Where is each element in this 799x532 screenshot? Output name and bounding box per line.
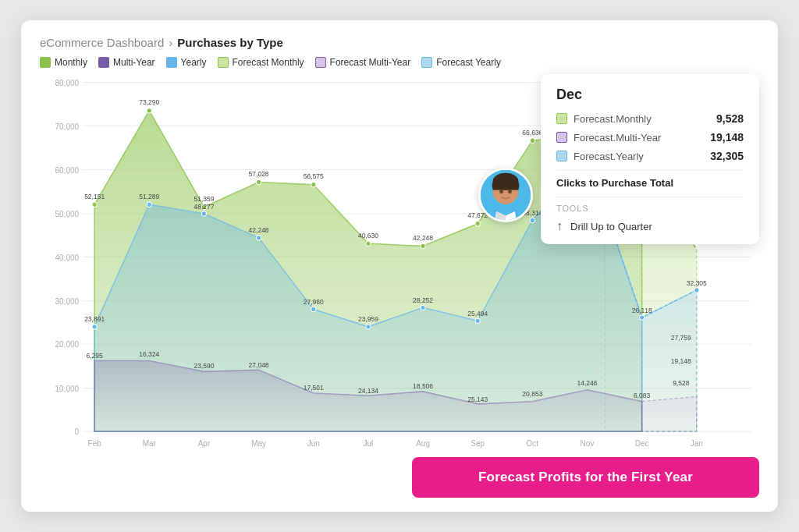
legend-dot-multiyear bbox=[98, 57, 109, 68]
svg-point-41 bbox=[694, 288, 699, 293]
tooltip-drill-label: Drill Up to Quarter bbox=[570, 221, 652, 232]
tooltip-value-forecast-multiyear: 19,148 bbox=[710, 131, 744, 144]
tooltip-dot-forecast-yearly bbox=[556, 151, 567, 161]
svg-point-37 bbox=[475, 318, 480, 323]
svg-text:Mar: Mar bbox=[143, 439, 157, 448]
svg-text:May: May bbox=[251, 439, 267, 448]
svg-text:66,636: 66,636 bbox=[522, 129, 542, 137]
legend-forecast-yearly: Forecast Yearly bbox=[421, 57, 501, 68]
svg-text:Jul: Jul bbox=[364, 439, 374, 448]
svg-text:42,248: 42,248 bbox=[249, 226, 269, 234]
svg-text:16,324: 16,324 bbox=[139, 350, 159, 358]
drill-up-icon: ↑ bbox=[556, 219, 563, 233]
legend-label-forecast-monthly: Forecast Monthly bbox=[233, 57, 304, 68]
svg-point-20 bbox=[147, 108, 151, 113]
chart-area: 80,000 70,000 60,000 50,000 40,000 30,00… bbox=[40, 74, 759, 456]
svg-text:10,000: 10,000 bbox=[55, 385, 79, 393]
tooltip-label-forecast-monthly: Forecast.Monthly bbox=[574, 113, 652, 125]
legend-dot-forecast-monthly bbox=[218, 57, 229, 68]
svg-point-24 bbox=[366, 241, 371, 246]
svg-text:70,000: 70,000 bbox=[55, 122, 79, 131]
svg-text:14,246: 14,246 bbox=[577, 379, 598, 387]
legend-label-multiyear: Multi-Year bbox=[113, 57, 155, 68]
svg-text:23,590: 23,590 bbox=[194, 362, 214, 370]
svg-point-23 bbox=[311, 182, 316, 186]
svg-point-32 bbox=[201, 211, 206, 216]
svg-text:Oct: Oct bbox=[527, 439, 539, 448]
tooltip-tools-label: TOOLS bbox=[556, 204, 744, 213]
tooltip-row-forecast-monthly: Forecast.Monthly 9,528 bbox=[556, 112, 744, 125]
tooltip-label-forecast-yearly: Forecast.Yearly bbox=[574, 151, 644, 162]
svg-text:80,000: 80,000 bbox=[55, 79, 79, 87]
breadcrumb-sep: › bbox=[169, 36, 172, 49]
svg-text:6,295: 6,295 bbox=[87, 352, 103, 360]
svg-point-96 bbox=[508, 190, 512, 193]
tooltip-title: Dec bbox=[556, 87, 744, 103]
svg-text:27,048: 27,048 bbox=[249, 361, 269, 369]
svg-text:Feb: Feb bbox=[88, 439, 101, 448]
svg-text:Dec: Dec bbox=[635, 439, 649, 448]
svg-text:48,277: 48,277 bbox=[194, 202, 214, 210]
tooltip-subtitle: Clicks to Purchase Total bbox=[556, 177, 744, 189]
tooltip-label-forecast-multiyear: Forecast.Multi-Year bbox=[574, 132, 661, 144]
svg-text:56,575: 56,575 bbox=[304, 172, 324, 180]
svg-point-36 bbox=[421, 305, 425, 310]
legend-dot-yearly bbox=[166, 57, 177, 68]
svg-text:52,151: 52,151 bbox=[84, 193, 105, 200]
svg-point-95 bbox=[499, 190, 503, 193]
svg-text:0: 0 bbox=[75, 427, 80, 436]
svg-text:27,759: 27,759 bbox=[671, 334, 691, 342]
tooltip-label-wrap-monthly: Forecast.Monthly bbox=[556, 113, 652, 125]
tooltip-row-forecast-yearly: Forecast.Yearly 32,305 bbox=[556, 150, 744, 162]
svg-point-22 bbox=[257, 179, 261, 184]
legend-forecast-monthly: Forecast Monthly bbox=[218, 57, 304, 68]
legend-label-forecast-yearly: Forecast Yearly bbox=[436, 57, 501, 68]
header: eCommerce Dashboard › Purchases by Type bbox=[40, 36, 759, 49]
svg-text:23,959: 23,959 bbox=[358, 315, 378, 323]
svg-text:42,248: 42,248 bbox=[413, 234, 433, 242]
svg-text:18,506: 18,506 bbox=[413, 381, 433, 389]
forecast-cta-button[interactable]: Forecast Profits for the First Year bbox=[412, 457, 759, 498]
user-avatar bbox=[478, 168, 533, 222]
legend-dot-monthly bbox=[40, 57, 51, 68]
svg-text:27,960: 27,960 bbox=[304, 298, 324, 306]
svg-point-30 bbox=[92, 325, 97, 329]
tooltip-label-wrap-yearly: Forecast.Yearly bbox=[556, 151, 644, 162]
svg-text:Nov: Nov bbox=[581, 439, 595, 448]
svg-text:Aug: Aug bbox=[416, 439, 430, 448]
svg-text:30,000: 30,000 bbox=[55, 297, 79, 306]
svg-text:50,000: 50,000 bbox=[55, 210, 79, 218]
svg-text:28,252: 28,252 bbox=[413, 296, 433, 304]
svg-point-40 bbox=[640, 315, 645, 320]
svg-text:26,118: 26,118 bbox=[632, 306, 652, 314]
svg-text:20,000: 20,000 bbox=[55, 340, 79, 349]
svg-text:20,853: 20,853 bbox=[522, 390, 542, 398]
tooltip-row-forecast-multiyear: Forecast.Multi-Year 19,148 bbox=[556, 131, 744, 144]
breadcrumb-base: eCommerce Dashboard bbox=[40, 36, 164, 49]
legend-label-forecast-multiyear: Forecast Multi-Year bbox=[330, 57, 411, 68]
svg-text:Apr: Apr bbox=[198, 439, 211, 448]
svg-text:17,501: 17,501 bbox=[304, 384, 324, 392]
legend-dot-forecast-yearly bbox=[421, 57, 432, 68]
svg-text:Sep: Sep bbox=[471, 439, 485, 448]
tooltip-divider bbox=[556, 170, 744, 171]
svg-text:25,494: 25,494 bbox=[467, 310, 488, 317]
svg-text:Jun: Jun bbox=[307, 439, 320, 448]
tooltip-label-wrap-multiyear: Forecast.Multi-Year bbox=[556, 132, 661, 144]
tooltip-divider-2 bbox=[556, 197, 744, 197]
breadcrumb-current: Purchases by Type bbox=[177, 36, 283, 49]
svg-point-35 bbox=[366, 325, 371, 329]
svg-text:60,000: 60,000 bbox=[55, 165, 79, 174]
dashboard-card: eCommerce Dashboard › Purchases by Type … bbox=[21, 20, 778, 512]
tooltip-panel: Dec Forecast.Monthly 9,528 Forecast.Mult… bbox=[541, 74, 759, 244]
svg-text:23,891: 23,891 bbox=[84, 315, 105, 323]
svg-text:40,630: 40,630 bbox=[358, 232, 378, 239]
legend-multiyear: Multi-Year bbox=[98, 57, 155, 68]
legend-label-monthly: Monthly bbox=[55, 57, 87, 68]
legend-yearly: Yearly bbox=[166, 57, 207, 68]
legend-monthly: Monthly bbox=[40, 57, 87, 68]
svg-text:57,028: 57,028 bbox=[249, 170, 269, 178]
svg-point-25 bbox=[421, 243, 425, 248]
tooltip-drill-action[interactable]: ↑ Drill Up to Quarter bbox=[556, 219, 744, 233]
svg-point-34 bbox=[311, 307, 316, 311]
